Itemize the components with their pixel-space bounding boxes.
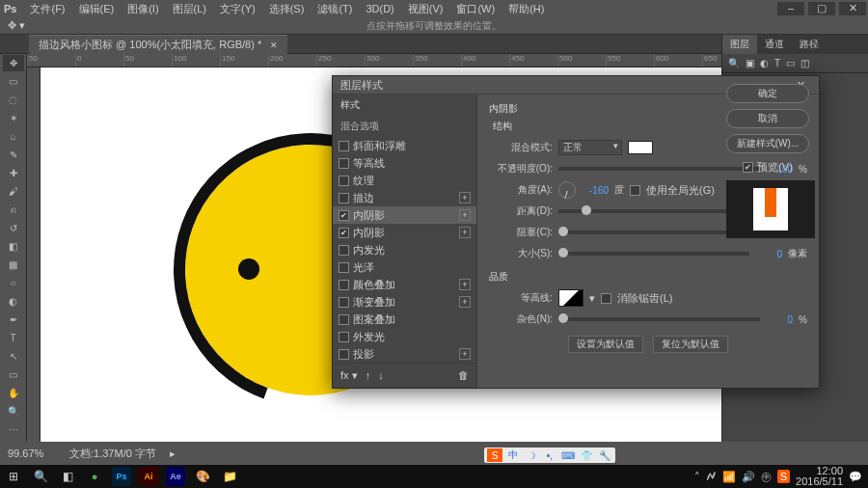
tray-wifi-icon[interactable]: 📶 — [722, 471, 736, 483]
style-row-6[interactable]: 内发光 — [333, 241, 476, 258]
style-checkbox[interactable] — [339, 280, 349, 290]
blur-tool[interactable]: ○ — [3, 275, 24, 291]
style-row-1[interactable]: 等高线 — [333, 154, 476, 172]
shadow-color-chip[interactable] — [628, 141, 653, 154]
tray-battery-icon[interactable]: 🗲 — [706, 471, 717, 482]
eyedropper-tool[interactable]: ✎ — [3, 147, 24, 163]
history-brush-tool[interactable]: ↺ — [3, 220, 24, 236]
start-button[interactable]: ⊞ — [0, 465, 27, 488]
tray-volume-icon[interactable]: 🔊 — [742, 471, 755, 483]
noise-value[interactable]: 0 — [766, 314, 793, 325]
ai-taskbar-icon[interactable]: Ai — [135, 465, 162, 488]
wand-tool[interactable]: ✶ — [3, 110, 24, 126]
maximize-button[interactable]: ▢ — [808, 2, 835, 15]
styles-header[interactable]: 样式 — [333, 95, 476, 116]
angle-dial[interactable] — [558, 181, 576, 199]
style-row-9[interactable]: 渐变叠加+ — [333, 293, 476, 311]
tray-sogou-icon[interactable]: S — [777, 470, 790, 483]
style-checkbox[interactable] — [339, 193, 349, 203]
menu-3d[interactable]: 3D(D) — [360, 2, 399, 15]
style-row-12[interactable]: 投影+ — [333, 345, 476, 363]
explorer-icon[interactable]: 📁 — [216, 465, 243, 488]
palette-icon[interactable]: 🎨 — [189, 465, 216, 488]
global-light-checkbox[interactable] — [630, 185, 640, 196]
pen-tool[interactable]: ✒ — [3, 312, 24, 328]
trash-icon[interactable]: 🗑 — [458, 369, 469, 382]
style-row-4[interactable]: 内阴影+ — [333, 206, 476, 224]
style-checkbox[interactable] — [339, 245, 349, 256]
style-checkbox[interactable] — [339, 332, 349, 342]
distance-slider[interactable] — [558, 209, 749, 213]
menu-view[interactable]: 视图(V) — [402, 1, 449, 17]
ime-widget-strip[interactable]: S 中 ☽ •, ⌨ 👕 🔧 — [484, 447, 615, 463]
style-checkbox[interactable] — [339, 141, 349, 151]
style-row-8[interactable]: 颜色叠加+ — [333, 276, 476, 293]
antialias-checkbox[interactable] — [601, 293, 611, 304]
kind-image-icon[interactable]: ▣ — [746, 58, 754, 68]
add-effect-icon[interactable]: + — [459, 192, 471, 203]
tab-close-icon[interactable]: ✕ — [270, 41, 278, 50]
ime-moon-icon[interactable]: ☽ — [524, 448, 539, 462]
ime-punct-icon[interactable]: •, — [542, 448, 557, 462]
ime-cn-icon[interactable]: 中 — [505, 448, 521, 462]
stamp-tool[interactable]: ⎌ — [3, 202, 24, 218]
style-row-10[interactable]: 图案叠加 — [333, 311, 476, 328]
blend-options[interactable]: 混合选项 — [333, 116, 476, 137]
style-checkbox[interactable] — [339, 349, 349, 360]
noise-slider[interactable] — [558, 317, 760, 321]
taskview-icon[interactable]: ◧ — [54, 465, 81, 488]
menu-filter[interactable]: 滤镜(T) — [312, 1, 358, 17]
search-icon[interactable]: 🔍 — [27, 465, 54, 488]
filter-icon[interactable]: 🔍 — [728, 58, 740, 68]
set-default-button[interactable]: 设置为默认值 — [568, 336, 643, 353]
tab-layers[interactable]: 图层 — [722, 35, 757, 54]
style-row-0[interactable]: 斜面和浮雕 — [333, 137, 476, 154]
menu-window[interactable]: 窗口(W) — [450, 1, 501, 17]
add-effect-icon[interactable]: + — [459, 296, 471, 308]
tab-paths[interactable]: 路径 — [792, 35, 827, 54]
menu-type[interactable]: 文字(Y) — [214, 1, 261, 17]
menu-file[interactable]: 文件(F) — [24, 1, 70, 17]
blend-mode-select[interactable]: 正常 — [558, 140, 622, 155]
sogou-icon[interactable]: S — [487, 448, 502, 462]
add-effect-icon[interactable]: + — [459, 227, 471, 238]
menu-layer[interactable]: 图层(L) — [167, 1, 212, 17]
zoom-level[interactable]: 99.67% — [8, 447, 56, 459]
marquee-tool[interactable]: ▭ — [3, 73, 24, 90]
document-tab[interactable]: 描边风格小图标 @ 100%(小太阳填充, RGB/8) * ✕ — [29, 35, 287, 54]
style-checkbox[interactable] — [339, 158, 349, 169]
kind-text-icon[interactable]: T — [774, 58, 780, 68]
dodge-tool[interactable]: ◐ — [3, 293, 24, 310]
contour-picker[interactable] — [558, 289, 583, 307]
type-tool[interactable]: T — [3, 330, 24, 346]
new-style-button[interactable]: 新建样式(W)... — [726, 134, 809, 153]
style-row-11[interactable]: 外发光 — [333, 328, 476, 345]
ime-skin-icon[interactable]: 👕 — [579, 448, 594, 462]
ae-taskbar-icon[interactable]: Ae — [162, 465, 189, 488]
zoom-tool[interactable]: 🔍 — [3, 403, 24, 420]
style-checkbox[interactable] — [339, 176, 349, 186]
shape-tool[interactable]: ▭ — [3, 366, 24, 383]
hand-tool[interactable]: ✋ — [3, 385, 24, 401]
fx-icon[interactable]: fx ▾ — [340, 369, 358, 382]
style-row-3[interactable]: 描边+ — [333, 189, 476, 206]
add-effect-icon[interactable]: + — [459, 348, 471, 360]
arrow-down-icon[interactable]: ↓ — [378, 369, 384, 382]
ok-button[interactable]: 确定 — [726, 84, 809, 103]
style-row-5[interactable]: 内阴影+ — [333, 224, 476, 241]
tray-clock[interactable]: 12:00 2016/5/11 — [796, 466, 843, 487]
menu-image[interactable]: 图像(I) — [122, 1, 164, 17]
preview-checkbox[interactable] — [743, 162, 753, 173]
size-value[interactable]: 0 — [755, 249, 782, 259]
style-row-2[interactable]: 纹理 — [333, 172, 476, 189]
chrome-icon[interactable]: ● — [81, 465, 108, 488]
angle-value[interactable]: -160 — [582, 185, 609, 196]
minimize-button[interactable]: – — [777, 2, 804, 15]
tab-channels[interactable]: 通道 — [757, 35, 792, 54]
kind-adjust-icon[interactable]: ◐ — [760, 58, 769, 68]
style-checkbox[interactable] — [339, 314, 349, 325]
style-checkbox[interactable] — [339, 297, 349, 308]
tray-chevron-icon[interactable]: ˄ — [694, 471, 700, 483]
brush-tool[interactable]: 🖌 — [3, 183, 24, 200]
ps-taskbar-icon[interactable]: Ps — [108, 465, 135, 488]
